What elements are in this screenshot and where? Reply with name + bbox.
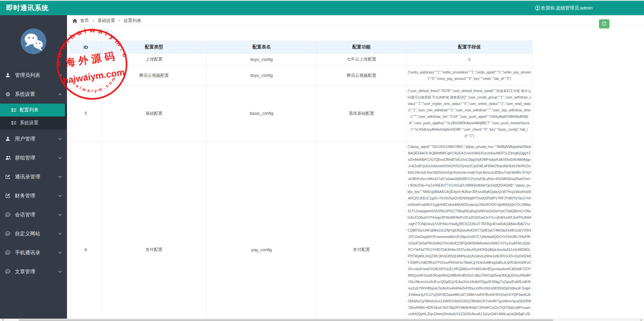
cell-value: {"vedio_publickey":"1","vedio_privatekey…: [406, 66, 533, 86]
column-header-type: 配置类型: [102, 41, 207, 53]
sidebar-item-label: 会话管理: [15, 212, 58, 218]
cell-table: bsys_config: [207, 66, 317, 86]
breadcrumb-section[interactable]: 基础设置: [97, 18, 115, 24]
column-header-table: 配置表名: [207, 41, 317, 53]
edit-icon: [5, 193, 14, 198]
chevron-down-icon: [58, 157, 62, 159]
breadcrumb-separator: >: [118, 18, 120, 23]
cell-type: 上传配置: [102, 53, 207, 66]
sidebar-item-label: 群组管理: [15, 155, 58, 161]
sidebar-item-admin-list[interactable]: 管理员列表: [0, 66, 67, 85]
cell-function: 七牛云上传配置: [317, 53, 406, 66]
user-icon: [5, 73, 14, 78]
edit-icon: [5, 174, 14, 179]
cell-value: {}: [406, 53, 533, 66]
app-title: 即时通讯系统: [6, 1, 49, 15]
table-row[interactable]: 3 上传配置 bsys_config 七牛云上传配置 {}: [70, 53, 533, 66]
refresh-button[interactable]: [599, 19, 609, 28]
welcome-user[interactable]: 欢迎你,超级管理员:admin: [535, 1, 593, 15]
cell-id: 5: [70, 86, 102, 142]
welcome-text: 欢迎你,超级管理员:admin: [541, 5, 593, 11]
chevron-down-icon: [58, 176, 62, 178]
chevron-down-icon: [58, 74, 62, 77]
cell-table: pay_config: [207, 142, 317, 321]
home-icon: [72, 19, 77, 23]
column-header-function: 配置功能: [317, 41, 406, 53]
list-icon: [12, 121, 20, 125]
sidebar-subitem-label: 配置列表: [20, 107, 39, 113]
sidebar-item-label: 自定义网站: [15, 231, 58, 237]
table-row[interactable]: 4 腾讯云视频配置 bsys_config 腾讯云视频配置 {"vedio_pu…: [70, 66, 533, 86]
cell-type: 基础配置: [102, 86, 207, 142]
sidebar-item-label: 通讯录管理: [15, 174, 58, 180]
refresh-icon: [602, 21, 607, 26]
sidebar-item-custom-website[interactable]: 自定义网站: [0, 224, 67, 243]
table-row[interactable]: 6 支付配置 pay_config 支付配置 {"alipay_appid":"…: [70, 142, 533, 321]
sidebar-item-label: 手机通讯录: [15, 250, 58, 256]
chevron-down-icon: [58, 233, 62, 235]
app-window: 即时通讯系统 欢迎你,超级管理员:admin: [0, 0, 644, 321]
sidebar-item-label: 系统设置: [15, 91, 58, 98]
breadcrumb-bar: 首页 > 基础设置 > 设置列表: [67, 15, 644, 26]
sidebar-item-contacts-management[interactable]: 通讯录管理: [0, 167, 67, 186]
sidebar-item-session-management[interactable]: 会话管理: [0, 205, 67, 224]
sidebar-subitem-label: 系统设置: [20, 120, 39, 126]
cell-id: 4: [70, 66, 102, 86]
comment-icon: [5, 250, 14, 255]
app-logo: [20, 28, 47, 55]
sidebar-item-user-management[interactable]: 用户管理: [0, 129, 67, 148]
scrollbar-thumb[interactable]: [19, 319, 553, 321]
sidebar-item-label: 财务管理: [15, 193, 58, 199]
chevron-down-icon: [58, 195, 62, 197]
chevron-up-icon: [58, 93, 62, 95]
user-circle-icon: [535, 5, 540, 10]
main-content: 首页 > 基础设置 > 设置列表 ID 配置类型: [67, 15, 644, 319]
sidebar-item-label: 管理员列表: [15, 72, 58, 79]
breadcrumb-separator: >: [92, 18, 94, 23]
sidebar-item-phone-contacts[interactable]: 手机通讯录: [0, 243, 67, 262]
breadcrumb-current: 设置列表: [124, 18, 141, 24]
config-table: ID 配置类型 配置表名 配置功能 配置字段值 3 上传配置 bsys_conf…: [70, 41, 532, 321]
cell-table: bsys_config: [207, 53, 317, 66]
comment-icon: [5, 269, 14, 274]
scroll-right-arrow-icon[interactable]: ►: [639, 319, 644, 321]
table-row[interactable]: 5 基础配置 basic_config 系统基础配置 {"user_defaul…: [70, 86, 533, 142]
sidebar-item-system-settings[interactable]: ⚙ 系统设置: [0, 85, 67, 104]
chevron-down-icon: [58, 214, 62, 216]
gear-icon: ⚙: [5, 91, 14, 98]
sidebar-menu: 管理员列表 ⚙ 系统设置 配置列表: [0, 66, 67, 281]
cell-table: basic_config: [207, 86, 317, 142]
scroll-left-arrow-icon[interactable]: ◄: [0, 319, 5, 321]
horizontal-scrollbar[interactable]: ◄ ►: [0, 319, 644, 321]
table-header-row: ID 配置类型 配置表名 配置功能 配置字段值: [70, 41, 533, 53]
cell-function: 系统基础配置: [317, 86, 406, 142]
list-icon: [12, 108, 20, 112]
comment-icon: [5, 231, 14, 236]
breadcrumb-home[interactable]: 首页: [80, 18, 89, 24]
cell-id: 6: [70, 142, 102, 321]
chevron-down-icon: [58, 252, 62, 254]
sidebar-item-label: 用户管理: [15, 136, 58, 142]
cell-id: 3: [70, 53, 102, 66]
sidebar-item-label: 文章管理: [15, 269, 58, 275]
sidebar-subitem-config-list[interactable]: 配置列表: [0, 104, 65, 116]
chevron-down-icon: [58, 271, 62, 273]
sidebar-subitem-system-settings[interactable]: 系统设置: [0, 116, 67, 129]
chevron-down-icon: [58, 138, 62, 140]
breadcrumb: 首页 > 基础设置 > 设置列表: [72, 15, 141, 26]
cell-value: {"user_default_friend":"6078","user_defa…: [406, 86, 533, 142]
system-settings-submenu: 配置列表 系统设置: [0, 104, 67, 129]
sidebar-item-finance-management[interactable]: 财务管理: [0, 186, 67, 205]
comment-icon: [5, 212, 14, 217]
cell-value: {"alipay_appid":"2021001109607866","alip…: [406, 142, 533, 321]
top-header-bar: 即时通讯系统 欢迎你,超级管理员:admin: [0, 1, 644, 15]
cell-type: 腾讯云视频配置: [102, 66, 207, 86]
sidebar-item-article-management[interactable]: 文章管理: [0, 262, 67, 281]
cell-function: 腾讯云视频配置: [317, 66, 406, 86]
column-header-id: ID: [70, 41, 102, 53]
user-icon: [5, 136, 14, 141]
cell-type: 支付配置: [102, 142, 207, 321]
sidebar: 管理员列表 ⚙ 系统设置 配置列表: [0, 15, 67, 319]
column-header-value: 配置字段值: [406, 41, 533, 53]
sidebar-item-group-management[interactable]: 群组管理: [0, 148, 67, 167]
